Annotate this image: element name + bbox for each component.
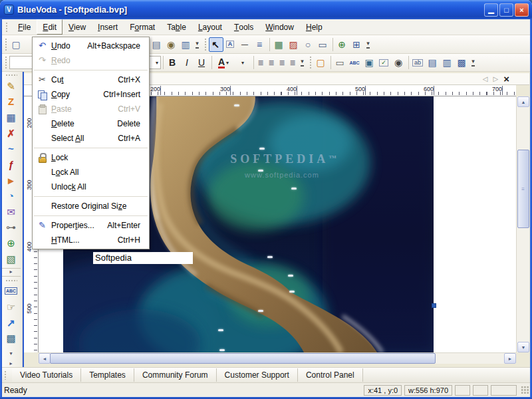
text-area-icon[interactable]: ▩: [455, 55, 469, 70]
menu-item-lock-all[interactable]: Lock All: [33, 165, 149, 180]
new-document-icon[interactable]: ▢: [9, 37, 24, 52]
italic-icon[interactable]: I: [180, 55, 195, 70]
tab-scroll-left-icon[interactable]: ◁: [483, 76, 488, 82]
selection-handle[interactable]: [432, 303, 436, 308]
menu-item-delete[interactable]: Delete Delete: [33, 116, 149, 131]
menu-insert[interactable]: Insert: [92, 19, 124, 35]
document-close-icon[interactable]: ×: [503, 74, 509, 84]
menu-table[interactable]: Table: [161, 19, 192, 35]
menu-item-restore-original-size[interactable]: Restore Original Size: [33, 199, 149, 213]
script-icon[interactable]: ✗: [3, 126, 19, 140]
align-right-icon[interactable]: ≣: [277, 55, 288, 70]
menu-file[interactable]: File: [12, 19, 37, 35]
menu-item-select-all[interactable]: Select All Ctrl+A: [33, 131, 149, 146]
style-dropdown-icon[interactable]: ▾: [233, 55, 251, 70]
hyperlink-hand-icon[interactable]: ☞: [3, 301, 19, 314]
push-button-icon[interactable]: ▭: [333, 55, 348, 70]
menu-window[interactable]: Window: [259, 19, 300, 35]
print-preview-icon[interactable]: ◉: [164, 37, 179, 52]
radio-button-icon[interactable]: ◉: [392, 55, 406, 70]
tab-control-panel[interactable]: Control Panel: [298, 368, 363, 382]
hyperlink-icon[interactable]: ⊕: [335, 37, 350, 52]
shape-tool-icon[interactable]: Z: [3, 95, 19, 108]
toolbar-expand-handle[interactable]: ▸: [2, 268, 21, 277]
toolbar-options-icon[interactable]: ▾: [469, 55, 478, 70]
scroll-left-icon[interactable]: ◄: [39, 353, 51, 364]
maximize-button[interactable]: □: [499, 3, 513, 17]
draw-curve-icon[interactable]: ~: [3, 142, 19, 156]
list-box-icon[interactable]: ▤: [426, 55, 440, 70]
align-center-icon[interactable]: ≣: [267, 55, 277, 70]
minimize-button[interactable]: ▁: [484, 3, 498, 17]
chat-icon[interactable]: ✉: [3, 205, 19, 218]
bold-icon[interactable]: B: [166, 55, 180, 70]
text-field-icon[interactable]: ab: [411, 55, 426, 70]
tab-video-tutorials[interactable]: Video Tutorials: [12, 368, 81, 382]
image-button-icon[interactable]: ▣: [362, 55, 377, 70]
publish-icon[interactable]: ▥: [179, 37, 194, 52]
vertical-scroll-thumb[interactable]: ≡: [517, 150, 529, 228]
horizontal-line-icon[interactable]: ─: [238, 37, 253, 52]
menu-item-cut[interactable]: ✂ Cut Ctrl+X: [33, 72, 149, 87]
menu-item-unlock-all[interactable]: Unlock All: [33, 180, 149, 194]
tab-customer-support[interactable]: Customer Support: [217, 368, 298, 382]
menu-help[interactable]: Help: [300, 19, 329, 35]
bullet-list-icon[interactable]: ≡: [253, 37, 267, 52]
toolbar-overflow-icon[interactable]: ▾: [3, 350, 19, 358]
print-icon[interactable]: ▤: [150, 37, 164, 52]
text-element[interactable]: Softpedia: [93, 252, 193, 264]
toolbar-options-icon[interactable]: ▾: [194, 37, 202, 52]
font-color-icon[interactable]: A▾: [214, 55, 233, 70]
table-icon[interactable]: ⊞: [350, 37, 364, 52]
gallery-icon[interactable]: ▩: [3, 332, 19, 345]
menu-format[interactable]: Format: [124, 19, 161, 35]
combo-box-icon[interactable]: ▥: [440, 55, 455, 70]
menu-edit[interactable]: Edit: [37, 19, 63, 35]
menu-item-copy[interactable]: Copy Ctrl+Insert: [33, 87, 149, 102]
checkbox-icon[interactable]: ✓: [377, 55, 392, 70]
marquee-icon[interactable]: ▭: [316, 37, 331, 52]
media-player-icon[interactable]: ►: [3, 174, 19, 187]
form-icon[interactable]: ▢: [314, 55, 329, 70]
menu-layout[interactable]: Layout: [192, 19, 228, 35]
menu-tools[interactable]: Tools: [228, 19, 259, 35]
toolbar-options-icon[interactable]: ▾: [299, 55, 307, 70]
select-pointer-icon[interactable]: ↖: [209, 37, 223, 52]
navigation-grid-icon[interactable]: ▦: [3, 111, 19, 124]
spellcheck-icon[interactable]: ABC: [3, 285, 19, 298]
flash-icon[interactable]: ƒ: [3, 158, 19, 172]
text-box-icon[interactable]: A: [223, 37, 238, 52]
scroll-down-icon[interactable]: ▼: [517, 342, 529, 352]
insert-clipart-icon[interactable]: ▧: [3, 252, 19, 265]
underline-icon[interactable]: U: [195, 55, 209, 70]
menu-item-lock[interactable]: Lock: [33, 150, 149, 165]
plugin-icon[interactable]: ⊶: [3, 221, 19, 234]
toolbar-options-icon[interactable]: ▾: [364, 37, 373, 52]
close-button[interactable]: ×: [515, 3, 529, 17]
label-icon[interactable]: ABC: [348, 55, 362, 70]
justify-icon[interactable]: ≣: [288, 55, 299, 70]
publish-globe-icon[interactable]: ⊕: [3, 237, 19, 250]
insert-image-icon[interactable]: ▦: [272, 37, 287, 52]
rollover-image-icon[interactable]: ▨: [287, 37, 301, 52]
vertical-scrollbar[interactable]: ▲ ≡ ▼: [516, 96, 529, 352]
toolbar-expand-icon[interactable]: ▸: [3, 360, 19, 367]
menu-item-html[interactable]: HTML... Ctrl+H: [33, 233, 149, 247]
quicktime-icon[interactable]: ◔: [3, 190, 19, 203]
align-left-icon[interactable]: ≣: [256, 55, 267, 70]
menu-item-redo[interactable]: ↷ Redo: [33, 53, 149, 68]
tab-scroll-right-icon[interactable]: ▷: [493, 76, 499, 82]
page-editor-icon[interactable]: ✎: [3, 79, 19, 92]
preview-icon[interactable]: ↗: [3, 316, 19, 329]
tab-community-forum[interactable]: Community Forum: [134, 368, 217, 382]
shape-icon[interactable]: ○: [301, 37, 316, 52]
scroll-right-icon[interactable]: ►: [504, 353, 516, 364]
tab-templates[interactable]: Templates: [81, 368, 134, 382]
resize-grip[interactable]: [521, 386, 529, 394]
scroll-up-icon[interactable]: ▲: [517, 96, 529, 107]
menu-view[interactable]: View: [63, 19, 92, 35]
menu-item-undo[interactable]: ↶ Undo Alt+Backspace: [33, 39, 149, 53]
horizontal-scroll-thumb[interactable]: [50, 353, 436, 364]
horizontal-scrollbar[interactable]: ◄ ►: [39, 352, 516, 364]
menu-item-properties[interactable]: ✎ Properties... Alt+Enter: [33, 218, 149, 233]
